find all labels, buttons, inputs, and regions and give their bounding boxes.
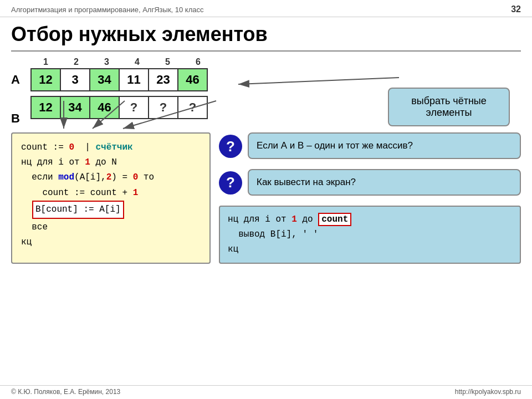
array-a-wrapper: 1 2 3 4 5 6 12 3 34 11 23 46 — [30, 57, 213, 91]
array-a-cells: 12 3 34 11 23 46 — [30, 68, 207, 91]
cell-a-3: 34 — [89, 68, 120, 91]
output-line-2: вывод B[i], ' ' — [228, 227, 512, 242]
cell-b-3: 46 — [89, 96, 120, 119]
index-5: 5 — [152, 57, 183, 67]
question2-icon: ? — [219, 171, 242, 195]
array-a-label: A — [11, 73, 30, 87]
cell-b-5: ? — [148, 96, 178, 119]
question2-bubble: ? Как вывести на экран? — [219, 169, 521, 196]
array-b-wrapper: 12 34 46 ? ? ? — [30, 96, 207, 119]
cell-a-4: 11 — [119, 68, 149, 91]
output-line-3: кц — [228, 242, 512, 257]
cell-b-1: 12 — [30, 96, 61, 119]
output-code-box: нц для i от 1 до count вывод B[i], ' ' к… — [219, 206, 521, 264]
index-4: 4 — [122, 57, 152, 67]
footer-right: http://kpolyakov.spb.ru — [455, 388, 521, 396]
code-line-5: B[count] := A[i] — [35, 204, 121, 214]
main-title: Отбор нужных элементов — [0, 17, 532, 50]
array-a-section: A 1 2 3 4 5 6 12 3 34 11 23 46 — [11, 57, 521, 91]
index-1: 1 — [30, 57, 61, 67]
code-line-6: все — [21, 220, 201, 235]
right-section: ? Если А и В – один и тот же массив? ? К… — [219, 132, 521, 264]
question1-text: Если А и В – один и тот же массив? — [248, 132, 521, 159]
code-box: count := 0 | счётчик нц для i от 1 до N … — [11, 132, 211, 264]
array-a-indices: 1 2 3 4 5 6 — [30, 57, 213, 67]
cell-a-5: 23 — [148, 68, 178, 91]
question2-text: Как вывести на экран? — [248, 169, 521, 196]
array-b-label: B — [11, 111, 30, 126]
cell-a-6: 46 — [177, 68, 208, 91]
code-line-3: если mod(A[i],2) = 0 то — [21, 170, 201, 185]
question1-bubble: ? Если А и В – один и тот же массив? — [219, 132, 521, 159]
footer-left: © К.Ю. Поляков, Е.А. Ерёмин, 2013 — [11, 388, 120, 396]
header: Алгоритмизация и программирование, АлгЯз… — [0, 0, 532, 17]
slide-number: 32 — [511, 4, 521, 14]
cell-b-2: 34 — [60, 96, 90, 119]
code-line-2: нц для i от 1 до N — [21, 155, 201, 170]
cell-b-6: ? — [177, 96, 208, 119]
header-title: Алгоритмизация и программирование, АлгЯз… — [11, 6, 204, 14]
cell-b-4: ? — [119, 96, 149, 119]
array-b-cells: 12 34 46 ? ? ? — [30, 96, 207, 119]
index-6: 6 — [183, 57, 213, 67]
code-line-5-box: B[count] := A[i] — [32, 201, 124, 219]
code-section: count := 0 | счётчик нц для i от 1 до N … — [11, 132, 521, 264]
cell-a-1: 12 — [30, 68, 61, 91]
index-3: 3 — [91, 57, 122, 67]
content: A 1 2 3 4 5 6 12 3 34 11 23 46 — [0, 57, 532, 264]
cell-a-2: 3 — [60, 68, 90, 91]
slide: Алгоритмизация и программирование, АлгЯз… — [0, 0, 532, 399]
code-line-7: кц — [21, 235, 201, 250]
output-line-1: нц для i от 1 до count — [228, 212, 512, 227]
code-line-1: count := 0 | счётчик — [21, 140, 201, 155]
code-line-4: count := count + 1 — [21, 186, 201, 201]
array-b-section: B 12 34 46 ? ? ? — [11, 96, 521, 126]
index-2: 2 — [61, 57, 91, 67]
divider — [11, 50, 521, 52]
count-highlight: count — [318, 213, 351, 226]
question1-icon: ? — [219, 135, 242, 158]
footer: © К.Ю. Поляков, Е.А. Ерёмин, 2013 http:/… — [0, 385, 532, 396]
